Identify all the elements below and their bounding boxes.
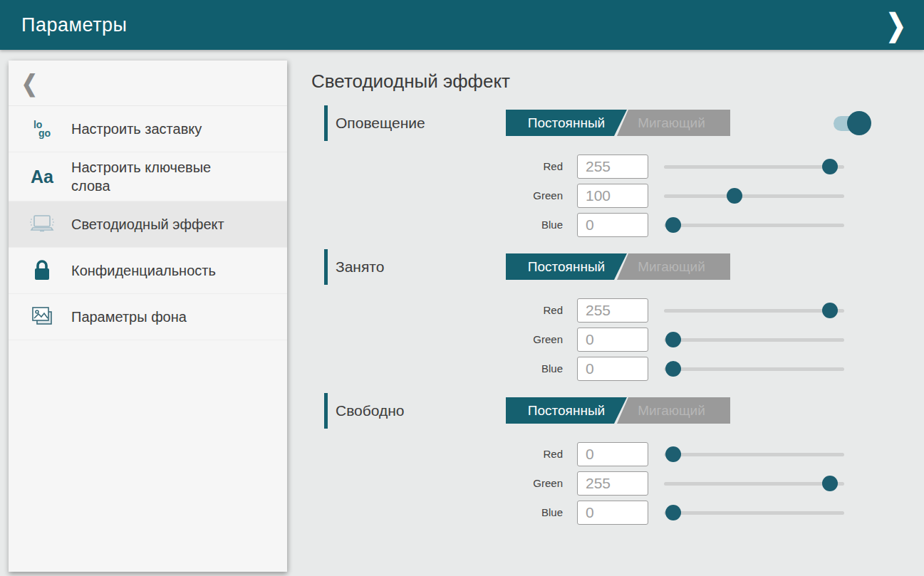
sidebar-item-label: Конфиденциальность [71, 261, 216, 280]
section-free: Свободно Постоянный Мигающий Red Green [311, 393, 888, 527]
blue-label: Blue [311, 362, 563, 375]
sidebar-item-privacy[interactable]: Конфиденциальность [9, 248, 287, 294]
blue-input[interactable] [577, 357, 648, 381]
notification-enable-switch[interactable] [834, 110, 875, 136]
slider-knob[interactable] [665, 217, 681, 233]
red-row: Red [311, 152, 888, 181]
blue-input[interactable] [577, 213, 648, 237]
blue-label: Blue [311, 219, 563, 231]
green-slider[interactable] [664, 184, 844, 208]
slider-knob[interactable] [822, 159, 838, 174]
section-title: Оповещение [336, 115, 425, 132]
mode-blinking-button[interactable]: Мигающий [613, 397, 730, 424]
green-slider[interactable] [664, 328, 844, 352]
sidebar-item-label: Параметры фона [71, 308, 187, 326]
sidebar-back-button[interactable]: ❮ [9, 61, 287, 106]
forward-chevron-icon[interactable]: ❯ [886, 7, 907, 43]
green-input[interactable] [577, 328, 648, 352]
slider-knob[interactable] [665, 505, 681, 520]
green-row: Green [311, 325, 888, 354]
green-label: Green [311, 189, 563, 201]
slider-track [664, 309, 844, 313]
red-row: Red [311, 295, 888, 325]
keywords-icon: Aa [26, 167, 58, 187]
slider-knob[interactable] [665, 361, 681, 377]
section-accent-bar [324, 249, 328, 285]
blue-row: Blue [311, 354, 888, 383]
section-title: Свободно [336, 402, 405, 419]
switch-knob [847, 111, 871, 135]
logo-icon: logo [26, 120, 58, 137]
background-icon [26, 305, 58, 328]
mode-constant-button[interactable]: Постоянный [506, 110, 627, 136]
green-label: Green [311, 477, 563, 489]
sidebar: ❮ logo Настроить заставку Aa Настроить к… [9, 61, 287, 572]
red-label: Red [311, 448, 563, 460]
back-chevron-icon: ❮ [21, 69, 38, 96]
blue-row: Blue [311, 498, 888, 527]
green-input[interactable] [577, 471, 648, 496]
red-input[interactable] [577, 442, 648, 466]
slider-track [664, 194, 844, 198]
mode-blinking-button[interactable]: Мигающий [613, 110, 730, 136]
red-slider[interactable] [664, 298, 844, 323]
green-label: Green [311, 333, 563, 345]
sidebar-item-screensaver[interactable]: logo Настроить заставку [9, 106, 287, 152]
slider-knob[interactable] [665, 332, 681, 347]
slider-track [664, 482, 844, 486]
slider-track [664, 453, 844, 456]
blue-slider[interactable] [664, 357, 844, 381]
slider-track [664, 367, 844, 371]
red-label: Red [311, 304, 563, 316]
sidebar-item-label: Настроить ключевые слова [71, 158, 249, 195]
green-slider[interactable] [664, 471, 844, 496]
mode-toggle-free: Постоянный Мигающий [506, 397, 730, 424]
red-slider[interactable] [664, 155, 844, 179]
slider-knob[interactable] [665, 446, 681, 462]
red-label: Red [311, 160, 563, 172]
sidebar-item-label: Настроить заставку [71, 120, 202, 138]
blue-label: Blue [311, 506, 563, 518]
blue-input[interactable] [577, 501, 648, 525]
blue-row: Blue [311, 210, 888, 239]
blue-slider[interactable] [664, 501, 844, 525]
mode-blinking-button[interactable]: Мигающий [613, 253, 730, 280]
section-busy: Занято Постоянный Мигающий Red Green [311, 249, 888, 383]
section-notification: Оповещение Постоянный Мигающий Red Green [311, 105, 888, 239]
main-title: Светодиодный эффект [311, 70, 510, 93]
sidebar-item-keywords[interactable]: Aa Настроить ключевые слова [9, 152, 287, 201]
page-title: Параметры [21, 14, 127, 36]
mode-constant-button[interactable]: Постоянный [506, 397, 627, 424]
green-row: Green [311, 181, 888, 210]
section-accent-bar [324, 105, 328, 141]
sidebar-item-led-effect[interactable]: Светодиодный эффект [9, 201, 287, 248]
green-input[interactable] [577, 184, 648, 208]
green-row: Green [311, 468, 888, 498]
app-header: Параметры ❯ [0, 0, 924, 50]
sidebar-item-label: Светодиодный эффект [71, 215, 224, 234]
slider-knob[interactable] [727, 188, 742, 204]
red-slider[interactable] [664, 442, 844, 466]
led-effect-icon [26, 214, 58, 235]
red-input[interactable] [577, 155, 648, 179]
slider-track [664, 165, 844, 169]
mode-constant-button[interactable]: Постоянный [506, 253, 627, 280]
sidebar-item-background[interactable]: Параметры фона [9, 294, 287, 340]
slider-track [664, 338, 844, 342]
mode-toggle-notification: Постоянный Мигающий [506, 110, 730, 136]
blue-slider[interactable] [664, 213, 844, 237]
slider-knob[interactable] [822, 303, 838, 318]
section-accent-bar [324, 393, 328, 429]
lock-icon [26, 259, 58, 282]
mode-toggle-busy: Постоянный Мигающий [506, 253, 730, 280]
slider-knob[interactable] [822, 476, 838, 491]
slider-track [664, 224, 844, 227]
red-input[interactable] [577, 298, 648, 323]
slider-track [664, 511, 844, 515]
red-row: Red [311, 439, 888, 468]
section-title: Занято [336, 258, 384, 276]
